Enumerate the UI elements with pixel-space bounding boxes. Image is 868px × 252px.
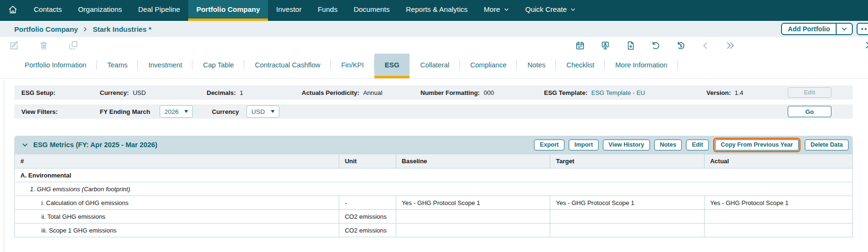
svg-text:$: $ xyxy=(680,43,682,48)
nav-item-contacts[interactable]: Contacts xyxy=(26,0,70,21)
tab-contractual-cashflow[interactable]: Contractual Cashflow xyxy=(244,54,331,78)
table-row: i. Calculation of GHG emissions - Yes - … xyxy=(15,196,853,210)
esg-template-link[interactable]: ESG Template - EU xyxy=(591,89,645,96)
nav-item-quick-create[interactable]: Quick Create xyxy=(517,0,584,21)
double-chevron-right-icon[interactable] xyxy=(725,41,735,50)
version-label: Version: xyxy=(706,89,731,96)
copy-from-previous-year-button[interactable]: Copy From Previous Year xyxy=(715,140,799,150)
fy-ending-label: FY Ending March xyxy=(100,108,150,115)
tab-more-information[interactable]: More Information xyxy=(605,54,678,78)
chevron-down-icon xyxy=(841,26,848,32)
document-export-icon[interactable] xyxy=(625,40,636,51)
duplicate-icon[interactable] xyxy=(68,40,79,51)
currency-history-icon[interactable]: $ xyxy=(676,40,686,51)
periodicity-label: Actuals Periodicity: xyxy=(302,89,359,96)
tab-portfolio-information[interactable]: Portfolio Information xyxy=(14,54,97,78)
dropdown-caret-icon xyxy=(184,110,188,113)
left-panel-edge xyxy=(4,80,4,252)
export-button[interactable]: Export xyxy=(534,140,564,150)
history-icon[interactable] xyxy=(650,40,661,51)
add-portfolio-split-button: Add Portfolio xyxy=(781,23,853,35)
nav-item-reports-analytics[interactable]: Reports & Analytics xyxy=(398,0,476,21)
chevron-down-icon xyxy=(570,7,576,12)
delete-data-button[interactable]: Delete Data xyxy=(805,140,849,150)
currency-label: Currency: xyxy=(100,89,129,96)
esg-metrics-table: # Unit Baseline Target Actual A. Environ… xyxy=(14,154,853,237)
tab-fin-kpi[interactable]: Fin/KPI xyxy=(331,54,374,78)
tab-collateral[interactable]: Collateral xyxy=(410,54,459,78)
tab-compliance[interactable]: Compliance xyxy=(460,54,517,78)
version-value: 1.4 xyxy=(734,89,743,96)
detail-tabs: Portfolio Information Teams Investment C… xyxy=(0,54,868,79)
breadcrumb-bar: Portfolio Company Stark Industries * Add… xyxy=(0,21,868,37)
column-header-target: Target xyxy=(550,154,705,168)
import-button[interactable]: Import xyxy=(569,140,599,150)
esg-setup-row: ESG Setup: Currency: USD Decimals: 1 Act… xyxy=(14,85,853,100)
breadcrumb-current: Stark Industries * xyxy=(93,25,151,33)
more-actions-button[interactable] xyxy=(857,23,868,35)
chevron-left-icon[interactable] xyxy=(701,41,710,50)
view-history-button[interactable]: View History xyxy=(603,140,650,150)
currency-value: USD xyxy=(133,89,145,96)
header-actions: Add Portfolio xyxy=(781,23,868,35)
nav-item-deal-pipeline[interactable]: Deal Pipeline xyxy=(130,0,188,21)
tab-esg[interactable]: ESG xyxy=(374,54,410,78)
calendar-icon[interactable] xyxy=(575,40,585,51)
number-formatting-value: 000 xyxy=(484,89,494,96)
nav-item-funds[interactable]: Funds xyxy=(310,0,346,21)
tab-investment[interactable]: Investment xyxy=(138,54,192,78)
chevron-down-icon xyxy=(504,7,509,12)
tab-teams[interactable]: Teams xyxy=(97,54,138,78)
home-icon xyxy=(8,4,18,15)
nav-item-documents[interactable]: Documents xyxy=(345,0,398,21)
nav-item-more[interactable]: More xyxy=(476,0,517,21)
tab-cap-table[interactable]: Cap Table xyxy=(192,54,244,78)
go-button[interactable]: Go xyxy=(788,106,831,117)
currency-dropdown[interactable]: USD xyxy=(247,105,279,118)
decimals-label: Decimals: xyxy=(207,89,236,96)
ellipsis-icon xyxy=(861,28,863,30)
esg-setup-edit-button[interactable]: Edit xyxy=(788,87,831,98)
dropdown-caret-icon xyxy=(271,110,275,113)
table-row-subsection: 1. GHG emissions (Carbon footprint) xyxy=(15,182,853,196)
chevron-right-icon[interactable] xyxy=(863,40,868,50)
kiosk-icon[interactable] xyxy=(600,40,610,51)
table-row-section: A. Environmental xyxy=(15,168,853,182)
nav-item-organizations[interactable]: Organizations xyxy=(70,0,130,21)
view-filters-row: View Filters: FY Ending March 2026 Curre… xyxy=(14,104,853,119)
add-portfolio-caret-button[interactable] xyxy=(836,24,852,34)
table-header-row: # Unit Baseline Target Actual xyxy=(15,154,853,168)
decimals-value: 1 xyxy=(239,89,243,96)
nav-item-investor[interactable]: Investor xyxy=(268,0,309,21)
home-button[interactable] xyxy=(0,0,26,21)
tab-notes[interactable]: Notes xyxy=(517,54,556,78)
esg-metrics-title: ESG Metrics (FY: Apr 2025 - Mar 2026) xyxy=(33,141,157,149)
breadcrumb-parent[interactable]: Portfolio Company xyxy=(14,25,78,33)
record-toolbar: $ xyxy=(0,37,868,54)
view-filters-label: View Filters: xyxy=(21,108,57,115)
copy-previous-year-highlight: Copy From Previous Year xyxy=(713,138,801,152)
trash-icon[interactable] xyxy=(38,40,49,51)
esg-template-label: ESG Template: xyxy=(544,89,588,96)
edit-button[interactable]: Edit xyxy=(686,140,709,150)
column-header-baseline: Baseline xyxy=(396,154,550,168)
number-formatting-label: Number Formatting: xyxy=(420,89,480,96)
add-portfolio-button[interactable]: Add Portfolio xyxy=(782,24,836,34)
tab-checklist[interactable]: Checklist xyxy=(556,54,605,78)
column-header-actual: Actual xyxy=(704,154,852,168)
nav-item-portfolio-company[interactable]: Portfolio Company xyxy=(188,0,268,21)
notes-button[interactable]: Notes xyxy=(654,140,682,150)
edit-icon[interactable] xyxy=(9,40,19,51)
fiscal-year-dropdown[interactable]: 2026 xyxy=(160,105,193,118)
breadcrumb-chevron-icon xyxy=(83,27,88,32)
column-header-unit: Unit xyxy=(339,154,396,168)
esg-metrics-header: ESG Metrics (FY: Apr 2025 - Mar 2026) Ex… xyxy=(14,136,853,154)
table-row: ii. Total GHG emissions CO2 emissions xyxy=(15,210,853,224)
esg-setup-label: ESG Setup: xyxy=(21,89,56,96)
breadcrumb: Portfolio Company Stark Industries * xyxy=(14,25,152,33)
top-nav: Contacts Organizations Deal Pipeline Por… xyxy=(0,0,868,21)
chevron-down-icon[interactable] xyxy=(21,141,29,149)
filter-currency-label: Currency xyxy=(212,108,239,115)
column-header-num: # xyxy=(15,154,339,168)
table-row: iii. Scope 1 GHG emissions CO2 emissions xyxy=(15,224,853,237)
